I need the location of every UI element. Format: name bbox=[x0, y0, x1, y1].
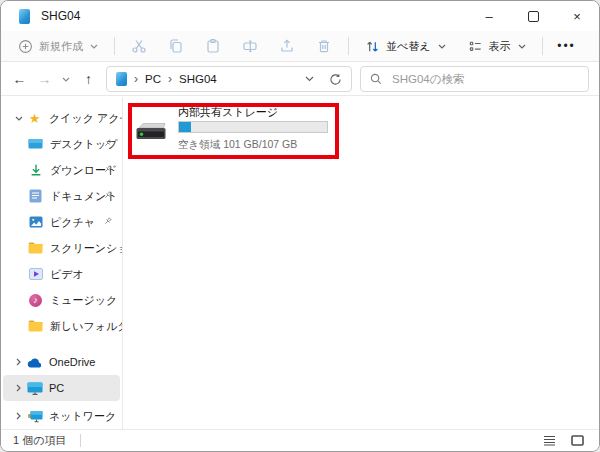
chevron-right-icon[interactable] bbox=[11, 358, 26, 366]
sidebar-item-videos[interactable]: ビデオ bbox=[3, 261, 120, 287]
drive-item-internal-storage[interactable]: 内部共有ストレージ 空き領域 101 GB/107 GB bbox=[132, 105, 332, 155]
music-icon: ♪ bbox=[27, 292, 44, 308]
new-button[interactable]: 新規作成 bbox=[11, 33, 105, 59]
large-icons-view-button[interactable] bbox=[567, 432, 587, 449]
status-separator bbox=[80, 434, 81, 447]
forward-button[interactable]: → bbox=[36, 67, 53, 91]
sort-label: 並べ替え bbox=[386, 39, 431, 54]
maximize-icon bbox=[528, 11, 539, 22]
copy-button[interactable] bbox=[161, 33, 191, 59]
chevron-down-icon bbox=[438, 44, 446, 49]
sidebar-item-pc[interactable]: PC bbox=[3, 375, 120, 401]
command-toolbar: 新規作成 並べ替え bbox=[1, 31, 599, 62]
sidebar-item-documents[interactable]: ドキュメント bbox=[3, 183, 120, 209]
download-icon bbox=[27, 162, 44, 178]
pin-icon bbox=[102, 216, 113, 227]
pc-monitor-icon bbox=[26, 380, 43, 396]
toolbar-separator bbox=[348, 37, 349, 55]
rename-icon bbox=[242, 38, 258, 54]
search-box[interactable] bbox=[360, 66, 589, 92]
search-input[interactable] bbox=[390, 72, 579, 86]
navigation-pane: ★ クイック アクセス デスクトップ ダウンロード ドキ bbox=[1, 97, 123, 429]
toolbar-separator bbox=[114, 37, 115, 55]
sidebar-item-music[interactable]: ♪ ミュージック bbox=[3, 287, 120, 313]
address-bar[interactable]: › PC › SHG04 bbox=[106, 66, 352, 92]
sidebar-item-new-folder[interactable]: 新しいフォルダー bbox=[3, 313, 120, 339]
share-button[interactable] bbox=[272, 33, 302, 59]
window-controls: – × bbox=[467, 1, 599, 31]
view-button[interactable]: 表示 bbox=[461, 33, 533, 59]
paste-button[interactable] bbox=[198, 33, 228, 59]
breadcrumb-pc[interactable]: PC bbox=[145, 73, 161, 85]
refresh-icon[interactable] bbox=[329, 73, 342, 86]
hard-drive-icon bbox=[134, 119, 168, 143]
minimize-button[interactable]: – bbox=[467, 1, 511, 31]
video-icon bbox=[27, 266, 44, 282]
drive-folder-icon bbox=[116, 72, 127, 86]
picture-icon bbox=[27, 214, 44, 230]
capacity-bar-fill bbox=[179, 122, 191, 132]
sidebar-item-downloads[interactable]: ダウンロード bbox=[3, 157, 120, 183]
star-icon: ★ bbox=[26, 110, 43, 126]
sort-arrows-icon bbox=[365, 39, 380, 54]
details-view-icon bbox=[543, 435, 556, 446]
rename-button[interactable] bbox=[235, 33, 265, 59]
share-icon bbox=[279, 38, 295, 54]
drive-name: 内部共有ストレージ bbox=[178, 105, 278, 120]
window-title: SHG04 bbox=[41, 9, 80, 23]
sidebar-item-label: OneDrive bbox=[49, 356, 95, 368]
view-list-icon bbox=[468, 39, 483, 54]
chevron-down-icon bbox=[90, 44, 98, 49]
chevron-down-icon[interactable] bbox=[11, 116, 26, 121]
sidebar-item-screenshots[interactable]: スクリーンショット bbox=[3, 235, 120, 261]
sidebar-item-label: PC bbox=[49, 382, 64, 394]
chevron-right-icon[interactable] bbox=[11, 384, 26, 392]
sidebar-item-label: クイック アクセス bbox=[49, 111, 123, 126]
sidebar-item-onedrive[interactable]: OneDrive bbox=[3, 349, 120, 375]
back-button[interactable]: ← bbox=[11, 67, 28, 91]
item-count: 1 個の項目 bbox=[13, 433, 66, 448]
folder-icon bbox=[27, 318, 44, 334]
up-button[interactable]: ↑ bbox=[80, 67, 97, 91]
toolbar-separator bbox=[542, 37, 543, 55]
sidebar-item-pictures[interactable]: ピクチャ bbox=[3, 209, 120, 235]
plus-circle-icon bbox=[18, 39, 33, 54]
sidebar-item-label: スクリーンショット bbox=[50, 241, 123, 256]
breadcrumb-separator: › bbox=[134, 72, 138, 86]
explorer-window: SHG04 – × 新規作成 bbox=[0, 0, 600, 452]
more-dots-icon: ••• bbox=[557, 40, 576, 52]
breadcrumb-shg04[interactable]: SHG04 bbox=[179, 73, 217, 85]
details-view-button[interactable] bbox=[539, 432, 559, 449]
document-icon bbox=[27, 188, 44, 204]
see-more-button[interactable]: ••• bbox=[552, 33, 582, 59]
large-icons-view-icon bbox=[571, 435, 584, 446]
sidebar-item-label: ビデオ bbox=[50, 267, 84, 282]
history-chevron-button[interactable] bbox=[57, 67, 74, 91]
desktop-icon bbox=[27, 136, 44, 152]
sidebar-item-network[interactable]: ネットワーク bbox=[3, 403, 120, 429]
close-button[interactable]: × bbox=[555, 1, 599, 31]
address-row: ← → ↑ › PC › SHG04 bbox=[1, 63, 599, 96]
address-chevron-icon[interactable] bbox=[305, 76, 314, 82]
view-label: 表示 bbox=[489, 39, 511, 54]
delete-button[interactable] bbox=[309, 33, 339, 59]
file-list-pane[interactable]: 内部共有ストレージ 空き領域 101 GB/107 GB bbox=[124, 97, 599, 429]
cut-button[interactable] bbox=[124, 33, 154, 59]
pin-icon bbox=[102, 164, 113, 175]
sidebar-item-quick-access[interactable]: ★ クイック アクセス bbox=[3, 105, 120, 131]
sidebar-item-desktop[interactable]: デスクトップ bbox=[3, 131, 120, 157]
network-icon bbox=[26, 408, 43, 424]
capacity-bar bbox=[178, 121, 328, 133]
chevron-down-icon bbox=[62, 77, 70, 82]
free-space-text: 空き領域 101 GB/107 GB bbox=[178, 138, 297, 152]
onedrive-cloud-icon bbox=[26, 354, 43, 370]
maximize-button[interactable] bbox=[511, 1, 555, 31]
sidebar-item-label: ミュージック bbox=[50, 293, 117, 308]
cut-icon bbox=[131, 38, 147, 54]
status-bar: 1 個の項目 bbox=[1, 429, 599, 451]
copy-icon bbox=[168, 38, 184, 54]
sort-button[interactable]: 並べ替え bbox=[358, 33, 453, 59]
new-label: 新規作成 bbox=[39, 39, 83, 54]
chevron-right-icon[interactable] bbox=[11, 412, 26, 420]
trash-icon bbox=[316, 38, 332, 54]
